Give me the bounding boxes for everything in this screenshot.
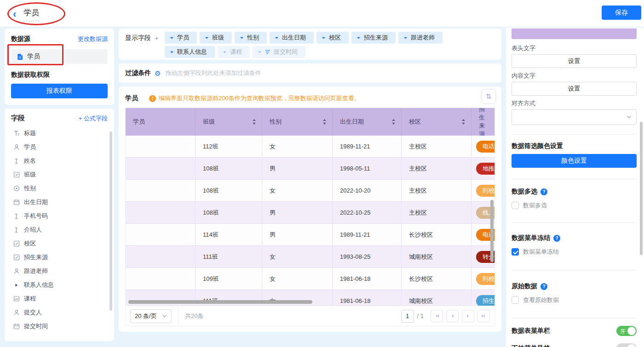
caret-down-icon[interactable] [275,36,279,40]
caret-down-icon[interactable] [170,36,174,40]
table-row[interactable]: 109班女1981-06-18长沙校区到校 [126,268,494,290]
column-header[interactable]: 招生来源 [472,108,494,136]
table-row[interactable]: 108班男2022-10-25主校区线上 [126,202,494,224]
image-icon [13,296,20,302]
page-number-input[interactable]: 1 [401,310,414,323]
field-item[interactable]: 提交人 [11,306,108,319]
question-icon[interactable]: ? [540,283,547,290]
field-item[interactable]: 姓名 [11,154,108,168]
next-page-button[interactable] [462,310,474,322]
gear-icon[interactable]: ⚙ [155,70,161,77]
display-field-chip[interactable]: 提交时间 [253,46,305,58]
raw-data-checkbox[interactable] [512,296,519,304]
color-settings-button[interactable]: 颜色设置 [512,154,637,168]
column-header[interactable]: 出生日期 [333,108,402,136]
table-row[interactable]: 108班男1998-05-11主校区地推 [126,158,494,180]
column-header[interactable]: 学员 [126,108,196,136]
caret-down-icon[interactable] [258,50,262,54]
save-button[interactable]: 保存 [602,6,641,20]
multi-select-checkbox[interactable] [512,202,519,209]
display-field-chip[interactable]: 跟进老师 [398,32,443,44]
field-item[interactable]: 介绍人 [11,223,108,237]
table-vertical-scrollbar[interactable] [490,200,494,262]
table-row[interactable]: 114班男1989-11-21长沙校区电话 [126,224,494,246]
menu-freeze-checkbox[interactable] [512,248,519,256]
column-header[interactable]: 性别 [262,108,333,136]
column-header[interactable]: 校区 [402,108,472,136]
datasource-item-student[interactable]: 学员 [11,49,108,64]
question-icon[interactable]: ? [553,235,560,242]
menu-bar-title: 数据表菜单栏 [512,327,550,335]
field-item[interactable]: 标题 [11,126,108,140]
page-title[interactable]: 学员 [23,7,39,21]
caret-down-icon[interactable] [356,36,361,40]
caret-down-icon[interactable] [322,36,326,40]
table-row[interactable]: 111班女1981-06-18城南校区招生 [126,290,494,307]
field-item[interactable]: 班级 [11,168,108,182]
field-item[interactable]: 手机号码 [11,209,108,223]
report-permission-button[interactable]: 报表权限 [11,84,108,98]
caret-down-icon[interactable] [223,50,227,54]
content-text-settings-button[interactable]: 设置 [512,82,637,96]
field-item[interactable]: 学员 [11,140,108,154]
field-item[interactable]: 性别 [11,182,108,195]
add-display-field-button[interactable]: + [155,34,159,42]
dropdown-style-toggle[interactable] [616,343,637,347]
question-icon[interactable]: ? [540,188,547,195]
display-field-chip[interactable]: 出生日期 [270,32,314,44]
display-field-chip[interactable]: 学员 [165,32,197,44]
sort-updown-icon[interactable] [461,119,466,125]
display-field-chip[interactable]: 校区 [316,32,349,44]
align-select[interactable] [512,109,637,125]
back-button[interactable]: ‹ 学员 [13,7,39,21]
fields-scrollbar[interactable] [109,131,112,311]
dropdown-style-title: 下拉菜单风格 [512,344,550,347]
table-sort-button[interactable]: ⇅ [482,90,495,103]
caret-down-icon[interactable] [240,36,244,40]
raw-data-checkbox-row[interactable]: 查看原始数据 [512,296,637,304]
style-panel-scrollbar[interactable] [640,122,643,255]
field-item[interactable]: 联系人信息 [11,278,108,292]
caret-down-icon[interactable] [205,36,209,40]
change-datasource-link[interactable]: 更改数据源 [78,35,108,43]
display-field-chip[interactable]: 班级 [200,32,232,44]
display-fields-panel: 显示字段 + 学员班级性别出生日期校区招生来源跟进老师联系人信息课程提交时间 [119,28,501,60]
multi-select-checkbox-row[interactable]: 数据多选 [512,201,637,210]
calendar-icon [13,199,20,206]
sort-updown-icon[interactable] [322,119,327,125]
field-item[interactable]: 校区 [11,237,108,250]
prev-page-button[interactable] [446,310,459,322]
table-cell-class: 108班 [196,202,262,223]
first-page-button[interactable] [431,310,443,322]
field-item[interactable]: 出生日期 [11,195,108,209]
page-size-select[interactable]: 20 条/页 [130,309,172,323]
caret-down-icon[interactable] [403,36,408,40]
select-icon [13,171,20,178]
table-row[interactable]: 108班女2022-10-20主校区到校 [126,180,494,202]
table-row[interactable]: 111班女1993-08-25城南校区转介 [126,246,494,268]
field-item[interactable]: 提交时间 [11,319,108,333]
header-text-settings-button[interactable]: 设置 [512,54,637,68]
display-fields-label: 显示字段 [125,34,151,42]
horizontal-scrollbar[interactable] [128,300,312,304]
add-formula-field-link[interactable]: + 公式字段 [79,114,108,123]
datasource-panel: 数据源 更改数据源 学员 数据获取权限 报表权限 [5,28,114,105]
last-page-button[interactable] [477,310,490,322]
table-body: 112班女1989-11-21主校区电话108班男1998-05-11主校区地推… [126,136,494,307]
display-field-chip[interactable]: 招生来源 [351,32,396,44]
field-item[interactable]: 课程 [11,292,108,306]
menu-bar-toggle[interactable]: 开 [616,326,637,336]
header-color-swatch[interactable] [512,28,637,39]
table-row[interactable]: 112班女1989-11-21主校区电话 [126,136,494,158]
raw-data-checkbox-label: 查看原始数据 [523,296,559,304]
display-field-chip[interactable]: 联系人信息 [165,46,215,58]
sort-updown-icon[interactable] [252,119,256,125]
field-item[interactable]: 招生来源 [11,250,108,264]
caret-down-icon[interactable] [170,50,174,54]
sort-updown-icon[interactable] [391,119,396,125]
display-field-chip[interactable]: 性别 [235,32,267,44]
display-field-chip[interactable]: 课程 [218,46,250,58]
menu-freeze-checkbox-row[interactable]: 数据菜单冻结 [512,248,637,256]
field-item[interactable]: 跟进老师 [11,264,108,278]
column-header[interactable]: 班级 [196,108,262,136]
